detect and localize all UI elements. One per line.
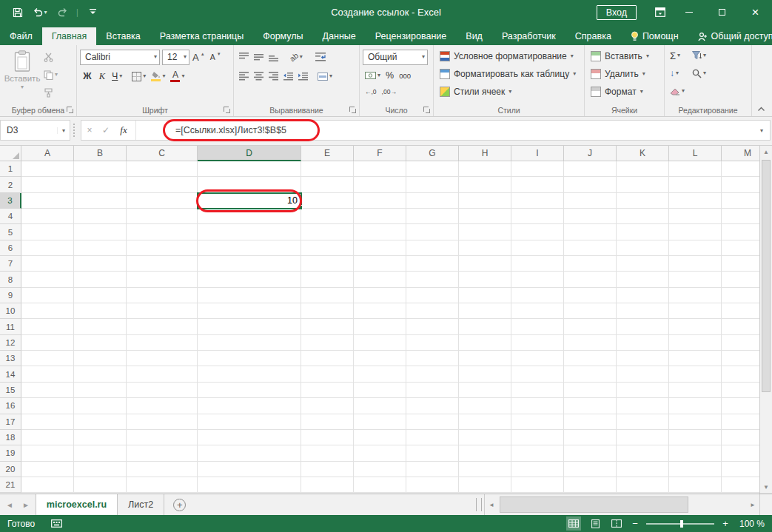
underline-button[interactable]: Ч▾: [110, 68, 124, 84]
cell-H3[interactable]: [459, 193, 511, 209]
cell-K18[interactable]: [617, 430, 669, 445]
sheet-nav-prev-icon[interactable]: ◄: [6, 501, 13, 509]
cell-J6[interactable]: [564, 240, 617, 256]
column-header-G[interactable]: G: [406, 146, 459, 161]
cell-K16[interactable]: [617, 398, 669, 414]
cell-G12[interactable]: [406, 335, 459, 351]
cell-J16[interactable]: [564, 398, 617, 414]
cell-K9[interactable]: [617, 288, 669, 303]
cell-E15[interactable]: [301, 383, 354, 398]
tab-review[interactable]: Рецензирование: [366, 27, 457, 45]
cell-C16[interactable]: [127, 398, 198, 414]
cell-D2[interactable]: [198, 177, 301, 192]
cell-G15[interactable]: [406, 383, 459, 398]
cell-M17[interactable]: [722, 414, 759, 430]
cell-G2[interactable]: [406, 177, 459, 192]
cell-F11[interactable]: [354, 319, 406, 334]
cell-H9[interactable]: [459, 288, 511, 303]
cell-C5[interactable]: [127, 224, 198, 240]
cell-I6[interactable]: [511, 240, 564, 256]
cell-J3[interactable]: [564, 193, 617, 209]
cell-H20[interactable]: [459, 462, 511, 477]
row-header-5[interactable]: 5: [0, 224, 21, 240]
cell-K4[interactable]: [617, 209, 669, 224]
sheet-nav-next-icon[interactable]: ►: [22, 501, 30, 509]
scroll-right-button[interactable]: ►: [746, 494, 759, 515]
vertical-scrollbar[interactable]: ▲ ▼: [759, 146, 772, 494]
cell-M16[interactable]: [722, 398, 759, 414]
row-header-18[interactable]: 18: [0, 430, 21, 445]
cell-E14[interactable]: [301, 366, 354, 382]
cell-A2[interactable]: [21, 177, 74, 192]
tab-insert[interactable]: Вставка: [96, 27, 150, 45]
cell-H7[interactable]: [459, 256, 511, 272]
cell-L16[interactable]: [669, 398, 722, 414]
cell-F18[interactable]: [354, 430, 406, 445]
cell-A19[interactable]: [21, 445, 74, 461]
font-size-combo[interactable]: 12▾: [162, 50, 189, 65]
cell-F15[interactable]: [354, 383, 406, 398]
cell-C18[interactable]: [127, 430, 198, 445]
cell-E11[interactable]: [301, 319, 354, 334]
cell-M12[interactable]: [722, 335, 759, 351]
cut-button[interactable]: [41, 49, 60, 65]
cell-E1[interactable]: [301, 161, 354, 177]
cell-B21[interactable]: [74, 477, 127, 493]
cell-B17[interactable]: [74, 414, 127, 430]
row-header-8[interactable]: 8: [0, 272, 21, 287]
cell-J1[interactable]: [564, 161, 617, 177]
cell-I17[interactable]: [511, 414, 564, 430]
percent-style-button[interactable]: %: [383, 67, 396, 84]
cell-D13[interactable]: [198, 351, 301, 366]
undo-button[interactable]: ▾: [30, 3, 50, 22]
cell-H6[interactable]: [459, 240, 511, 256]
cell-M10[interactable]: [722, 303, 759, 319]
cell-I4[interactable]: [511, 209, 564, 224]
cell-M11[interactable]: [722, 319, 759, 334]
cell-E10[interactable]: [301, 303, 354, 319]
font-name-combo[interactable]: Calibri▾: [80, 50, 160, 65]
cell-C9[interactable]: [127, 288, 198, 303]
cancel-button[interactable]: ×: [81, 121, 98, 140]
cell-H14[interactable]: [459, 366, 511, 382]
row-header-9[interactable]: 9: [0, 288, 21, 303]
cell-F3[interactable]: [354, 193, 406, 209]
cell-G10[interactable]: [406, 303, 459, 319]
maximize-button[interactable]: [705, 0, 739, 24]
cell-H18[interactable]: [459, 430, 511, 445]
clear-button[interactable]: ▾: [668, 83, 687, 99]
cell-D7[interactable]: [198, 256, 301, 272]
row-header-13[interactable]: 13: [0, 351, 21, 366]
cell-D3[interactable]: 10: [198, 193, 301, 209]
save-button[interactable]: [7, 3, 28, 22]
cell-K3[interactable]: [617, 193, 669, 209]
cell-A3[interactable]: [21, 193, 74, 209]
cell-E2[interactable]: [301, 177, 354, 192]
cell-I1[interactable]: [511, 161, 564, 177]
alignment-dialog-launcher[interactable]: [349, 107, 357, 114]
cell-A7[interactable]: [21, 256, 74, 272]
row-header-16[interactable]: 16: [0, 398, 21, 414]
borders-button[interactable]: ▾: [130, 68, 148, 84]
cell-J9[interactable]: [564, 288, 617, 303]
cell-J7[interactable]: [564, 256, 617, 272]
cell-G19[interactable]: [406, 445, 459, 461]
insert-function-button[interactable]: fx: [114, 121, 133, 140]
insert-cells-button[interactable]: Вставить▾: [588, 47, 662, 65]
cell-G4[interactable]: [406, 209, 459, 224]
close-button[interactable]: ×: [739, 0, 772, 24]
cell-A9[interactable]: [21, 288, 74, 303]
cell-H12[interactable]: [459, 335, 511, 351]
cell-B10[interactable]: [74, 303, 127, 319]
expand-formula-bar-button[interactable]: ▾: [753, 127, 770, 134]
cell-I12[interactable]: [511, 335, 564, 351]
tab-file[interactable]: Файл: [0, 27, 42, 45]
row-header-15[interactable]: 15: [0, 383, 21, 398]
cell-L19[interactable]: [669, 445, 722, 461]
cell-D6[interactable]: [198, 240, 301, 256]
cell-I10[interactable]: [511, 303, 564, 319]
cell-E12[interactable]: [301, 335, 354, 351]
cell-A11[interactable]: [21, 319, 74, 334]
cell-G5[interactable]: [406, 224, 459, 240]
cell-B20[interactable]: [74, 462, 127, 477]
